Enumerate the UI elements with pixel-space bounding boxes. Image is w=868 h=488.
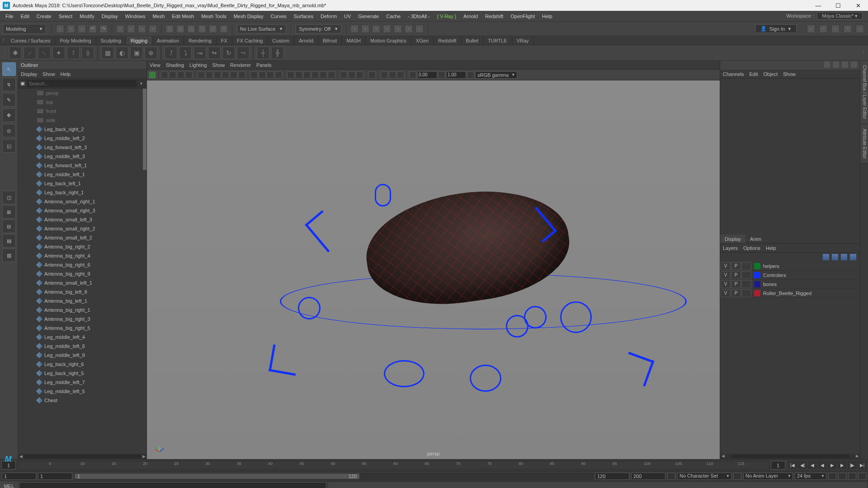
vp-icon[interactable] [177, 71, 184, 79]
shelf-tab-motion-graphics[interactable]: Motion Graphics [366, 36, 411, 45]
outliner-node[interactable]: Antenna_big_right_9 [18, 269, 142, 278]
open-scene-icon[interactable]: ▫ [67, 25, 75, 33]
outliner-node[interactable]: Leg_middle_left_5 [18, 387, 142, 396]
vp-menu-shading[interactable]: Shading [166, 62, 184, 68]
rtop-icon1[interactable] [824, 61, 830, 68]
layout-icon4[interactable]: ▫ [844, 25, 852, 33]
outliner-node[interactable]: Leg_middle_left_4 [18, 333, 142, 342]
rtop-icon3[interactable] [842, 61, 848, 68]
rtop-icon2[interactable] [833, 61, 839, 68]
outliner-node[interactable]: Leg_middle_left_3 [18, 152, 142, 161]
outliner-node[interactable]: Leg_back_right_5 [18, 369, 142, 378]
outliner-node[interactable]: Antenna_big_right_5 [18, 324, 142, 333]
vp-icon[interactable] [267, 71, 274, 79]
render-icon3[interactable]: ▫ [372, 25, 380, 33]
outliner-node[interactable]: Antenna_small_left_3 [18, 215, 142, 224]
range-start-outer[interactable]: 1 [2, 473, 36, 480]
range-icon3[interactable] [838, 473, 846, 480]
outliner-node[interactable]: Antenna_small_right_1 [18, 197, 142, 206]
vp-icon[interactable] [250, 71, 258, 79]
outliner-node[interactable]: Chest [18, 396, 142, 405]
menu-generate[interactable]: Generate [354, 14, 382, 19]
mel-label[interactable]: MEL [0, 481, 18, 488]
layout-preset-3[interactable]: ⊟ [2, 220, 16, 233]
vp-exposure-icon[interactable] [409, 71, 416, 79]
outliner-camera-persp[interactable]: persp [18, 89, 142, 98]
snap-icon[interactable]: ◌ [165, 25, 174, 33]
outliner-menu-help[interactable]: Help [61, 71, 71, 77]
outliner-tree[interactable]: persptopfrontsideLeg_back_right_2Leg_mid… [18, 89, 146, 454]
layers-menu-options[interactable]: Options [743, 245, 760, 251]
menu-surfaces[interactable]: Surfaces [290, 14, 317, 19]
shelf-icon-8[interactable]: ◐ [116, 47, 128, 59]
select-mode-icon4[interactable]: ▫ [149, 25, 157, 33]
time-slider-track[interactable]: 5101520253035404550556065707580859095100… [17, 461, 769, 469]
play-back-button[interactable]: ◀ [818, 461, 827, 469]
shelf-tab-turtle[interactable]: TURTLE [483, 36, 512, 45]
paint-select-tool[interactable]: ✎ [2, 93, 16, 107]
shelf-tab-poly-modeling[interactable]: Poly Modeling [55, 36, 96, 45]
shelf-icon-4[interactable]: ✦ [52, 47, 65, 59]
vp-icon[interactable] [275, 71, 282, 79]
side-tab-channelbox[interactable]: Channel Box / Layer Editor [860, 61, 868, 124]
tab-display[interactable]: Display [720, 235, 745, 243]
undo-icon[interactable]: ↶ [89, 25, 97, 33]
step-back-key-button[interactable]: ◀| [798, 461, 807, 469]
vp-icon[interactable] [259, 71, 266, 79]
layer-toolbar-icon[interactable] [823, 254, 829, 260]
outliner-node[interactable]: Antenna_small_right_3 [18, 206, 142, 215]
shelf-icon-15[interactable]: ↻ [222, 47, 235, 59]
layer-row[interactable]: VPRoller_Beetle_Rigged [720, 289, 860, 298]
vp-icon[interactable] [230, 71, 237, 79]
shelf-icon-7[interactable]: ▦ [101, 47, 114, 59]
outliner-node[interactable]: Leg_forward_left_3 [18, 143, 142, 152]
close-button[interactable]: ✕ [851, 1, 865, 10]
shelf-tab-mash[interactable]: MASH [342, 36, 366, 45]
shelf-tab-sculpting[interactable]: Sculpting [96, 36, 126, 45]
menu-curves[interactable]: Curves [267, 14, 290, 19]
vp-icon[interactable] [368, 71, 376, 79]
shelf-icon-13[interactable]: ↝ [193, 47, 206, 59]
shelf-tab-curves-surfaces[interactable]: Curves / Surfaces [6, 36, 55, 45]
vp-icon[interactable] [320, 71, 327, 79]
vp-menu-lighting[interactable]: Lighting [189, 62, 207, 68]
layout-icon5[interactable]: ▫ [856, 25, 864, 33]
mode-selector[interactable]: Modeling▼ [3, 24, 46, 34]
outliner-scrollbar[interactable] [143, 89, 146, 170]
layers-menu-help[interactable]: Help [766, 245, 776, 251]
vp-icon[interactable] [161, 71, 168, 79]
shelf-icon-14[interactable]: ↬ [208, 47, 221, 59]
outliner-node[interactable]: Leg_back_right_1 [18, 188, 142, 197]
vp-menu-show[interactable]: Show [212, 62, 225, 68]
go-to-end-button[interactable]: ▶| [858, 461, 867, 469]
vp-icon[interactable] [348, 71, 355, 79]
sign-in-button[interactable]: 👤 Sign In ▼ [755, 24, 797, 33]
shelf-tab-xgen[interactable]: XGen [411, 36, 434, 45]
menu-windows[interactable]: Windows [122, 14, 149, 19]
right-hscroll[interactable]: ◀ ▶ [720, 454, 860, 459]
menu-help[interactable]: Help [538, 14, 556, 19]
snap-icon5[interactable]: ◌ [209, 25, 217, 33]
layer-toolbar-icon[interactable] [832, 254, 838, 260]
step-forward-button[interactable]: ▶ [838, 461, 847, 469]
outliner-node[interactable]: Leg_middle_left_2 [18, 134, 142, 143]
shelf-tab-bifrost[interactable]: Bifrost [318, 36, 342, 45]
range-end-outer[interactable]: 200 [631, 473, 665, 480]
lasso-tool[interactable]: ↯ [2, 78, 16, 91]
layers-menu-layers[interactable]: Layers [723, 245, 738, 251]
layer-row[interactable]: VPControlers [720, 271, 860, 280]
layout-icon3[interactable]: ▫ [831, 25, 840, 33]
menu-edit-mesh[interactable]: Edit Mesh [168, 14, 198, 19]
vp-xray-icon[interactable] [303, 71, 311, 79]
range-start-inner[interactable]: 1 [38, 473, 72, 480]
vp-icon[interactable] [287, 71, 294, 79]
vp-icon[interactable] [311, 71, 319, 79]
select-mode-icon2[interactable]: ▫ [127, 25, 135, 33]
menu-mesh-display[interactable]: Mesh Display [230, 14, 267, 19]
layer-toolbar-icon[interactable] [850, 254, 856, 260]
vp-icon[interactable] [214, 71, 221, 79]
menu--v-ray-[interactable]: [ V-Ray ] [434, 14, 460, 19]
shelf-tab-rigging[interactable]: Rigging [126, 36, 152, 45]
vp-icon[interactable] [340, 71, 347, 79]
render-icon4[interactable]: ▫ [383, 25, 391, 33]
